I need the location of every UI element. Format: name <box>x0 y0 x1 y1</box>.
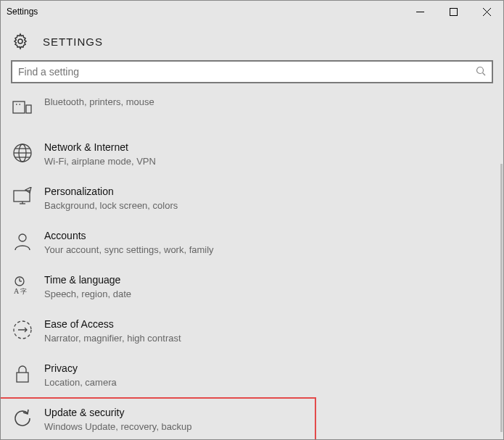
settings-item-update-security[interactable]: Update & securityWindows Update, recover… <box>1 398 503 440</box>
svg-point-4 <box>18 39 22 43</box>
settings-item-text: Bluetooth, printers, mouse <box>44 95 154 109</box>
ease-of-access-icon <box>12 317 44 343</box>
devices-icon <box>12 95 44 121</box>
settings-item-text: Network & InternetWi-Fi, airplane mode, … <box>44 140 156 168</box>
accounts-icon <box>12 228 44 254</box>
titlebar: Settings <box>1 1 503 22</box>
settings-item-desc: Windows Update, recovery, backup <box>44 420 192 433</box>
settings-item-title: Time & language <box>44 273 131 287</box>
settings-item-desc: Your account, sync settings, work, famil… <box>44 244 214 257</box>
search-input[interactable] <box>18 66 476 78</box>
settings-item-text: AccountsYour account, sync settings, wor… <box>44 228 214 257</box>
search-input-container[interactable] <box>11 60 493 83</box>
scrollbar[interactable] <box>500 164 503 432</box>
settings-item-accounts[interactable]: AccountsYour account, sync settings, wor… <box>1 221 503 265</box>
globe-icon <box>12 140 44 166</box>
gear-icon <box>9 33 31 50</box>
privacy-icon <box>12 361 44 387</box>
settings-item-desc: Bluetooth, printers, mouse <box>44 96 154 109</box>
settings-item-privacy[interactable]: PrivacyLocation, camera <box>1 354 503 398</box>
time-language-icon <box>12 273 44 299</box>
settings-item-title: Privacy <box>44 361 117 375</box>
settings-item-desc: Background, lock screen, colors <box>44 199 178 212</box>
window-controls <box>403 1 503 22</box>
settings-item-personalization[interactable]: PersonalizationBackground, lock screen, … <box>1 177 503 221</box>
svg-line-6 <box>483 72 486 75</box>
svg-point-5 <box>477 67 484 73</box>
header: SETTINGS <box>1 22 503 57</box>
maximize-button[interactable] <box>437 1 470 22</box>
settings-item-title: Accounts <box>44 228 214 243</box>
svg-rect-8 <box>26 105 31 113</box>
settings-item-text: Update & securityWindows Update, recover… <box>44 405 192 433</box>
settings-item-title: Ease of Access <box>44 317 181 331</box>
svg-rect-7 <box>13 101 25 113</box>
settings-item-text: Time & languageSpeech, region, date <box>44 273 131 301</box>
settings-item-title: Update & security <box>44 405 192 420</box>
settings-item-desc: Narrator, magnifier, high contrast <box>44 332 181 345</box>
settings-item-text: PersonalizationBackground, lock screen, … <box>44 184 178 212</box>
settings-list: Bluetooth, printers, mouse Network & Int… <box>1 88 503 440</box>
update-icon <box>12 405 44 431</box>
settings-item-devices[interactable]: Bluetooth, printers, mouse <box>1 91 503 133</box>
window-title: Settings <box>7 7 38 17</box>
minimize-button[interactable] <box>403 1 437 22</box>
settings-item-desc: Location, camera <box>44 376 117 389</box>
settings-item-ease-of-access[interactable]: Ease of AccessNarrator, magnifier, high … <box>1 310 503 354</box>
settings-item-time-language[interactable]: Time & languageSpeech, region, date <box>1 265 503 310</box>
settings-item-title: Network & Internet <box>44 140 156 154</box>
page-title: SETTINGS <box>43 36 103 48</box>
settings-item-network-internet[interactable]: Network & InternetWi-Fi, airplane mode, … <box>1 133 503 177</box>
personalization-icon <box>12 184 44 210</box>
settings-item-desc: Wi-Fi, airplane mode, VPN <box>44 155 156 168</box>
settings-item-text: PrivacyLocation, camera <box>44 361 117 389</box>
close-button[interactable] <box>470 1 503 22</box>
settings-item-text: Ease of AccessNarrator, magnifier, high … <box>44 317 181 345</box>
settings-item-title: Personalization <box>44 184 178 199</box>
svg-rect-1 <box>450 8 457 15</box>
settings-item-desc: Speech, region, date <box>44 288 131 301</box>
search-icon <box>476 66 486 78</box>
